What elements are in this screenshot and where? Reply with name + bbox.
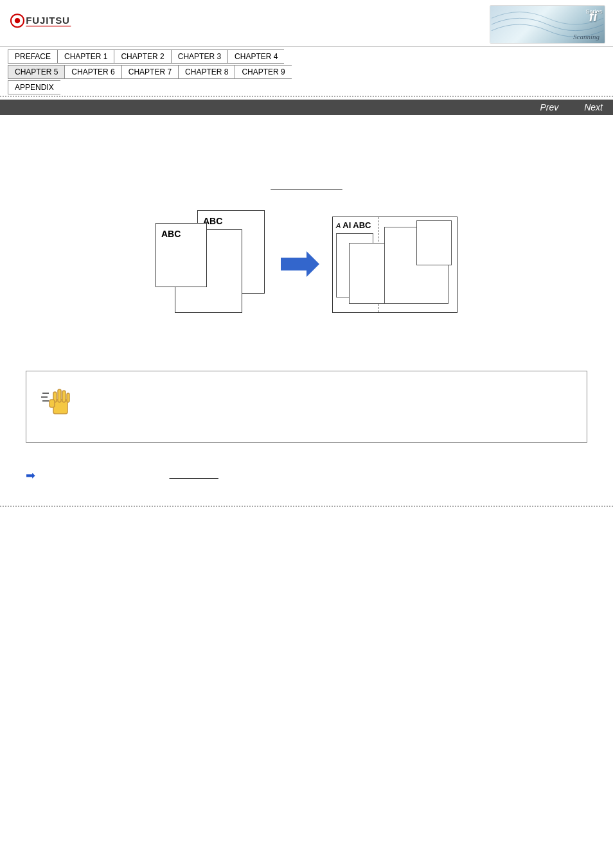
nav-chapter8[interactable]: CHAPTER 8	[178, 65, 235, 79]
nav-chapter5[interactable]: CHAPTER 5	[8, 65, 64, 79]
doc-front-label: ABC	[161, 229, 181, 239]
hint-box	[26, 371, 587, 443]
arrow-indicator	[281, 251, 319, 279]
svg-marker-4	[281, 251, 319, 277]
heading-text	[271, 182, 342, 191]
inner-page-4	[416, 220, 452, 265]
navigation-section: PREFACE CHAPTER 1 CHAPTER 2 CHAPTER 3 CH…	[0, 47, 613, 97]
doc-front: ABC	[155, 223, 207, 287]
label-ai: AI	[342, 220, 351, 230]
paragraph-content	[44, 470, 167, 479]
next-button[interactable]: Next	[584, 102, 603, 112]
nav-appendix[interactable]: APPENDIX	[8, 80, 60, 94]
nav-chapter6[interactable]: CHAPTER 6	[64, 65, 121, 79]
prev-button[interactable]: Prev	[540, 102, 558, 112]
paragraph-text	[44, 468, 587, 481]
result-labels: A AI ABC	[336, 220, 371, 230]
nav-chapter2[interactable]: CHAPTER 2	[114, 49, 170, 64]
nav-chapter9[interactable]: CHAPTER 9	[235, 65, 291, 79]
svg-text:FUJITSU: FUJITSU	[26, 15, 69, 26]
hint-icon	[39, 382, 75, 423]
inner-page-2	[349, 243, 386, 304]
input-documents: ABC ABC ABC	[152, 210, 268, 319]
svg-rect-13	[49, 400, 55, 407]
nav-row-2: CHAPTER 5 CHAPTER 6 CHAPTER 7 CHAPTER 8 …	[8, 65, 605, 79]
nav-preface[interactable]: PREFACE	[8, 49, 57, 64]
intro-spacer	[26, 130, 587, 182]
arrow-paragraph: ➡	[26, 468, 587, 483]
section-heading	[26, 182, 587, 191]
text-spacer-2	[26, 456, 587, 468]
nav-chapter7[interactable]: CHAPTER 7	[121, 65, 178, 79]
prev-next-bar: Prev Next	[0, 100, 613, 115]
nav-chapter3[interactable]: CHAPTER 3	[171, 49, 227, 64]
page-header: FUJITSU fi Series Scanning	[0, 0, 613, 47]
right-arrow-svg	[281, 251, 319, 277]
label-a: A	[336, 222, 341, 229]
fujitsu-logo: FUJITSU	[8, 8, 72, 40]
text-spacer-1	[26, 332, 587, 351]
svg-rect-12	[67, 393, 69, 402]
result-box: A AI ABC	[332, 217, 458, 313]
page-footer-space	[0, 507, 613, 635]
label-abc: ABC	[353, 220, 371, 230]
svg-point-1	[15, 18, 20, 23]
svg-rect-11	[62, 391, 66, 402]
nav-row-1: PREFACE CHAPTER 1 CHAPTER 2 CHAPTER 3 CH…	[8, 49, 605, 64]
nav-row-3: APPENDIX	[8, 80, 605, 94]
hand-pointing-icon	[39, 382, 75, 417]
svg-rect-10	[58, 389, 61, 402]
main-content: ABC ABC ABC A AI A	[0, 118, 613, 506]
arrow-bullet-icon: ➡	[26, 468, 35, 483]
fi-series-logo: fi Series Scanning	[490, 5, 605, 44]
output-document: A AI ABC	[332, 210, 461, 319]
nav-chapter4[interactable]: CHAPTER 4	[227, 49, 284, 64]
diagram-section: ABC ABC ABC A AI A	[26, 210, 587, 319]
nav-chapter1[interactable]: CHAPTER 1	[57, 49, 114, 64]
paragraph-link[interactable]	[170, 470, 218, 479]
